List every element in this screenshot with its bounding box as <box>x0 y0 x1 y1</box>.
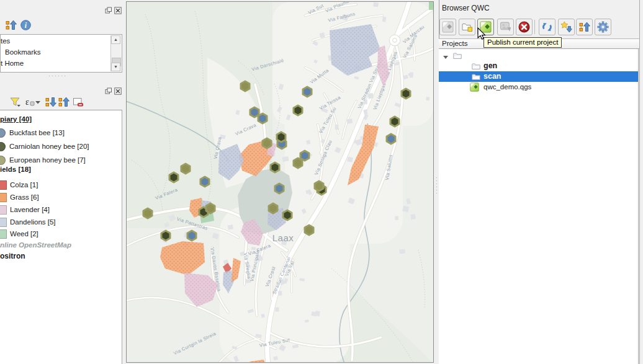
collapse-all-icon[interactable] <box>58 96 70 108</box>
scroll-down-icon[interactable]: ▼ <box>111 63 120 71</box>
apiary-marker-european[interactable] <box>269 203 277 213</box>
layer-symbol <box>0 193 7 202</box>
apiary-marker-carniolan[interactable] <box>283 210 292 220</box>
apiary-marker-european[interactable] <box>315 181 323 191</box>
apiary-marker-buckfast[interactable] <box>275 184 284 193</box>
apiary-marker-buckfast[interactable] <box>187 231 196 241</box>
layer-label: ositron <box>0 251 25 261</box>
layer-row[interactable]: ields [18] <box>0 164 122 174</box>
layer-row[interactable]: Carniolan honey bee [20] <box>0 141 122 151</box>
qwc-project-tree: gen scan qwc_demo.qgs <box>439 49 639 364</box>
apiary-marker-buckfast[interactable] <box>387 134 395 144</box>
apiary-marker-carniolan[interactable] <box>294 105 302 115</box>
apiary-marker-carniolan[interactable] <box>271 162 279 172</box>
town-label: Laax <box>272 233 294 243</box>
float-panel-icon[interactable] <box>105 6 112 13</box>
apiary-marker-carniolan[interactable] <box>161 231 170 241</box>
tree-item-root[interactable] <box>439 50 638 61</box>
close-panel-icon[interactable] <box>114 86 122 94</box>
apiary-marker-carniolan[interactable] <box>169 172 178 182</box>
layer-symbol <box>0 205 7 215</box>
layer-symbol <box>0 218 7 227</box>
layer-label: nline OpenStreetMap <box>0 240 71 250</box>
layer-row[interactable]: Dandelions [5] <box>0 217 122 227</box>
layer-row[interactable]: European honey bee [7] <box>0 155 122 165</box>
scroll-up-icon[interactable]: ▲ <box>111 35 120 44</box>
layer-label: Carniolan honey bee [20] <box>9 141 89 151</box>
layer-row[interactable]: nline OpenStreetMap <box>0 240 122 250</box>
tree-item-gen[interactable]: gen <box>439 61 638 71</box>
panel-splitter[interactable]: ······ <box>48 74 67 78</box>
field-polygon-weed_solid <box>429 2 433 10</box>
layer-row[interactable]: Lavender [4] <box>0 205 122 215</box>
apiary-marker-buckfast[interactable] <box>300 151 309 161</box>
svg-text:ε: ε <box>25 97 29 107</box>
browser-panel: i tesBookmarkst Home ▲ ▼ ······ <box>0 0 122 74</box>
browser-list-item[interactable]: tes <box>1 36 10 47</box>
layer-label: Buckfast bee [13] <box>9 128 65 138</box>
apiary-marker-buckfast[interactable] <box>200 177 209 187</box>
collapse-all-button[interactable] <box>576 19 593 35</box>
apiary-marker-carniolan[interactable] <box>277 132 286 142</box>
layer-row[interactable]: ositron <box>0 251 122 261</box>
tree-item-qwc_demo.qgs[interactable]: qwc_demo.qgs <box>439 82 638 92</box>
map-splitter[interactable]: ······ <box>434 0 439 364</box>
layer-label: Lavender [4] <box>10 205 50 215</box>
layer-row[interactable]: piary [40] <box>0 114 122 124</box>
layer-label: Grass [6] <box>10 192 39 202</box>
tooltip: Publish current project <box>483 37 562 48</box>
apiary-marker-european[interactable] <box>241 81 250 91</box>
new-folder-button[interactable] <box>459 19 475 35</box>
publish-disabled-button <box>439 19 456 35</box>
apiary-marker-european[interactable] <box>305 225 313 235</box>
refresh-button[interactable] <box>539 19 555 35</box>
delete-button[interactable] <box>516 19 533 35</box>
mouse-cursor <box>477 27 488 43</box>
layer-label: ields [18] <box>0 164 31 174</box>
layer-row[interactable]: Grass [6] <box>0 192 122 202</box>
layer-label: Colza [1] <box>10 180 38 190</box>
info-icon[interactable]: i <box>20 19 32 31</box>
layer-row[interactable]: Weed [2] <box>0 229 122 239</box>
apiary-marker-carniolan[interactable] <box>402 89 410 99</box>
layer-symbol <box>0 229 7 239</box>
layer-symbol <box>0 180 7 190</box>
layer-label: piary [40] <box>0 114 32 124</box>
toolbar-separator <box>534 20 535 34</box>
tree-item-label: scan <box>483 71 501 82</box>
qwc-panel-title: Browser QWC <box>442 4 490 12</box>
float-panel-icon[interactable] <box>105 86 112 94</box>
tree-item-scan[interactable]: scan <box>439 71 638 82</box>
layer-symbol <box>0 142 6 151</box>
apiary-marker-carniolan[interactable] <box>390 117 399 127</box>
layer-row[interactable]: Buckfast bee [13] <box>0 128 122 138</box>
settings-button[interactable] <box>595 19 611 35</box>
map-canvas[interactable]: Via DarschialéVia SutVia PlaunaVia Farbu… <box>126 1 434 363</box>
browser-scrollbar[interactable]: ▲ ▼ <box>110 35 121 71</box>
browser-list-item[interactable]: t Home <box>1 58 24 69</box>
tree-item-label: qwc_demo.qgs <box>483 82 531 92</box>
qgis-window: i tesBookmarkst Home ▲ ▼ ······ piary [4… <box>0 0 643 364</box>
layer-row[interactable]: Colza [1] <box>0 180 122 190</box>
layer-symbol <box>0 156 6 165</box>
apiary-marker-buckfast[interactable] <box>303 87 312 97</box>
browser-list-item[interactable]: Bookmarks <box>5 47 41 58</box>
map-svg: Via DarschialéVia SutVia PlaunaVia Farbu… <box>127 2 433 362</box>
window-edge <box>639 0 643 364</box>
apiary-marker-european[interactable] <box>206 203 215 213</box>
apiary-marker-european[interactable] <box>294 158 302 168</box>
expand-all-icon[interactable] <box>45 96 56 108</box>
apiary-marker-european[interactable] <box>143 208 152 218</box>
remove-layer-icon[interactable] <box>72 96 84 108</box>
close-panel-icon[interactable] <box>114 6 122 13</box>
layer-symbol <box>0 128 6 138</box>
apiary-marker-buckfast[interactable] <box>258 113 267 123</box>
layers-tree: piary [40]Buckfast bee [13]Carniolan hon… <box>0 110 122 364</box>
layer-label: Weed [2] <box>10 229 38 239</box>
apiary-marker-european[interactable] <box>263 138 271 148</box>
collapse-all-icon[interactable] <box>5 19 17 31</box>
layer-label: Dandelions [5] <box>10 217 56 227</box>
download-star-button[interactable] <box>558 19 575 35</box>
filter-icon[interactable] <box>9 96 21 108</box>
apiary-marker-european[interactable] <box>181 164 190 174</box>
